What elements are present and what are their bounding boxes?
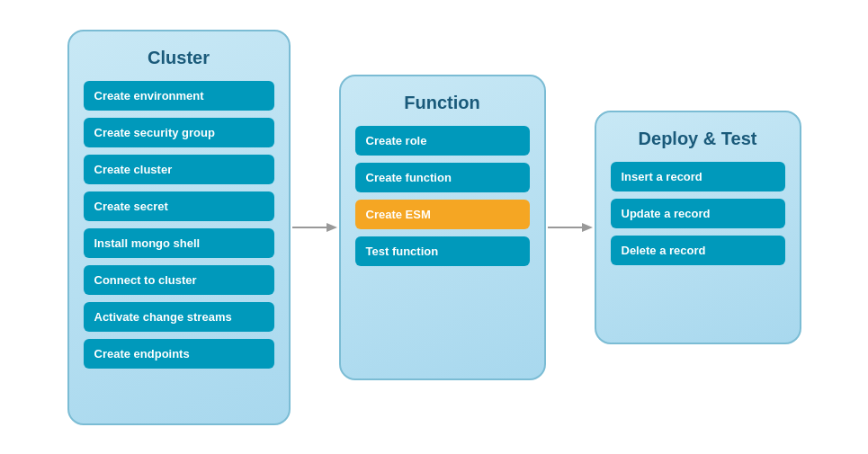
arrow-svg-1 bbox=[292, 217, 337, 238]
function-btn-create-esm[interactable]: Create ESM bbox=[355, 200, 530, 229]
cluster-btn-connect-to-cluster[interactable]: Connect to cluster bbox=[84, 265, 274, 295]
deploy-list: Insert a record Update a record Delete a… bbox=[611, 162, 785, 265]
cluster-list: Create environment Create security group… bbox=[84, 81, 274, 369]
svg-marker-1 bbox=[327, 223, 337, 232]
deploy-btn-update-record[interactable]: Update a record bbox=[611, 199, 785, 228]
cluster-btn-create-endpoints[interactable]: Create endpoints bbox=[84, 339, 274, 369]
function-title: Function bbox=[404, 93, 479, 113]
function-list: Create role Create function Create ESM T… bbox=[355, 126, 530, 266]
cluster-btn-create-secret[interactable]: Create secret bbox=[84, 191, 274, 221]
deploy-btn-delete-record[interactable]: Delete a record bbox=[611, 236, 785, 265]
diagram: Cluster Create environment Create securi… bbox=[12, 12, 857, 443]
arrow-svg-2 bbox=[548, 217, 593, 238]
function-btn-test-function[interactable]: Test function bbox=[355, 236, 530, 266]
cluster-btn-install-mongo-shell[interactable]: Install mongo shell bbox=[84, 228, 274, 258]
cluster-title: Cluster bbox=[148, 48, 210, 68]
deploy-title: Deploy & Test bbox=[639, 129, 757, 149]
cluster-panel: Cluster Create environment Create securi… bbox=[67, 30, 291, 425]
deploy-panel: Deploy & Test Insert a record Update a r… bbox=[595, 111, 801, 344]
cluster-btn-create-cluster[interactable]: Create cluster bbox=[84, 155, 274, 184]
arrow-2 bbox=[546, 217, 595, 238]
function-btn-create-role[interactable]: Create role bbox=[355, 126, 530, 156]
function-panel: Function Create role Create function Cre… bbox=[339, 75, 546, 380]
cluster-btn-activate-change-streams[interactable]: Activate change streams bbox=[84, 302, 274, 332]
deploy-btn-insert-record[interactable]: Insert a record bbox=[611, 162, 785, 191]
svg-marker-3 bbox=[582, 223, 593, 232]
arrow-1 bbox=[291, 217, 339, 238]
function-btn-create-function[interactable]: Create function bbox=[355, 163, 530, 192]
cluster-btn-create-environment[interactable]: Create environment bbox=[84, 81, 274, 111]
cluster-btn-create-security-group[interactable]: Create security group bbox=[84, 118, 274, 147]
